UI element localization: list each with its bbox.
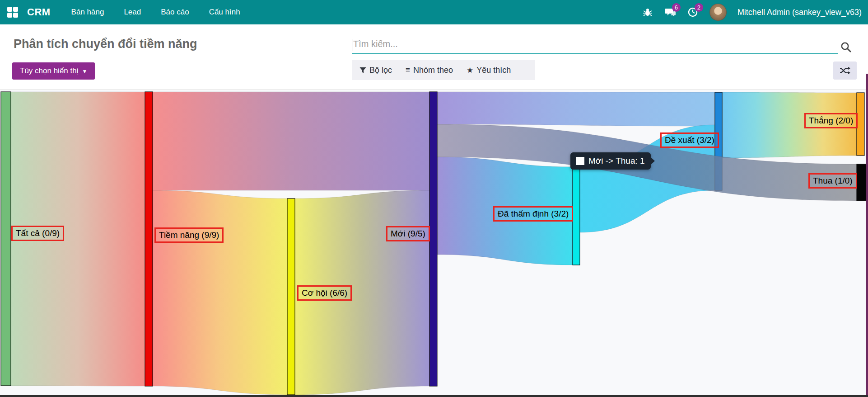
menu-item-reports[interactable]: Báo cáo	[160, 6, 190, 19]
text-cursor	[353, 39, 353, 51]
display-options-label: Tùy chọn hiển thị	[20, 66, 78, 75]
sankey-svg	[0, 90, 868, 397]
filters-label: Bộ lọc	[369, 66, 392, 75]
shuffle-view-button[interactable]	[833, 61, 857, 80]
filter-toolbar: Bộ lọc ≡ Nhóm theo ★ Yêu thích	[352, 60, 535, 80]
shuffle-icon	[840, 66, 850, 75]
display-options-button[interactable]: Tùy chọn hiển thị▼	[12, 62, 95, 80]
sankey-node-datham[interactable]	[573, 167, 580, 265]
menu-item-config[interactable]: Cấu hình	[208, 6, 241, 19]
funnel-icon	[359, 67, 366, 74]
sankey-chart-area: Tất cả (0/9)Tiềm năng (9/9)Cơ hội (6/6)M…	[0, 90, 868, 397]
messages-badge: 6	[672, 3, 681, 12]
page-title: Phân tích chuyển đổi tiềm năng	[14, 37, 197, 51]
sankey-link-tiemnang-cohoi[interactable]	[153, 190, 287, 395]
sankey-node-label-cohoi: Cơ hội (6/6)	[297, 285, 352, 301]
tooltip-text: Mới -> Thua: 1	[588, 156, 645, 166]
debug-bug-icon[interactable]	[642, 6, 653, 18]
search-icon[interactable]	[839, 41, 853, 54]
sankey-node-label-thua: Thua (1/0)	[808, 173, 857, 189]
sankey-node-label-datham: Đã thẩm định (3/2)	[493, 206, 573, 222]
activities-badge: 2	[695, 3, 703, 12]
topbar-right: 6 2 Mitchell Admin (sankey_view_v63)	[642, 4, 868, 21]
app-title[interactable]: CRM	[27, 6, 51, 18]
user-avatar[interactable]	[709, 4, 727, 21]
link-tooltip: Mới -> Thua: 1	[570, 152, 651, 170]
sankey-link-tiemnang-moi[interactable]	[153, 92, 429, 190]
sankey-node-label-thang: Thắng (2/0)	[804, 113, 858, 128]
menu-item-lead[interactable]: Lead	[123, 6, 142, 19]
apps-grid-icon[interactable]	[7, 7, 18, 18]
user-menu[interactable]: Mitchell Admin (sankey_view_v63)	[737, 8, 862, 17]
tooltip-color-swatch	[576, 157, 584, 165]
search-area	[352, 35, 838, 54]
bottom-window-edge	[0, 395, 868, 397]
search-input[interactable]	[352, 35, 838, 54]
sankey-node-label-tiemnang: Tiềm năng (9/9)	[154, 227, 224, 243]
sankey-node-cohoi[interactable]	[287, 198, 295, 395]
groupby-label: Nhóm theo	[413, 66, 453, 75]
chevron-down-icon: ▼	[82, 68, 87, 75]
star-icon: ★	[467, 66, 473, 75]
right-edge-strip	[866, 74, 868, 397]
bars-icon: ≡	[406, 66, 410, 75]
messages-icon[interactable]: 6	[664, 6, 676, 18]
sankey-node-tatca[interactable]	[1, 92, 11, 386]
favorites-button[interactable]: ★ Yêu thích	[467, 66, 511, 75]
top-navbar: CRM Bán hàng Lead Báo cáo Cấu hình 6	[0, 0, 868, 24]
activities-clock-icon[interactable]: 2	[687, 6, 699, 18]
control-panel: Phân tích chuyển đổi tiềm năng Tùy chọn …	[0, 24, 868, 90]
sankey-node-label-moi: Mới (9/5)	[386, 226, 430, 241]
sankey-node-moi[interactable]	[429, 92, 437, 386]
favorites-label: Yêu thích	[476, 66, 511, 75]
groupby-button[interactable]: ≡ Nhóm theo	[406, 66, 453, 75]
sankey-node-label-tatca: Tất cả (0/9)	[11, 226, 64, 241]
sankey-node-thang[interactable]	[857, 93, 864, 156]
menu-item-sales[interactable]: Bán hàng	[70, 6, 105, 19]
sankey-link-moi-dexuat[interactable]	[437, 92, 715, 126]
sankey-node-tiemnang[interactable]	[145, 92, 153, 386]
filters-button[interactable]: Bộ lọc	[359, 66, 392, 75]
main-menu: Bán hàng Lead Báo cáo Cấu hình	[70, 6, 241, 19]
sankey-node-label-dexuat: Đề xuất (3/2)	[660, 132, 719, 148]
